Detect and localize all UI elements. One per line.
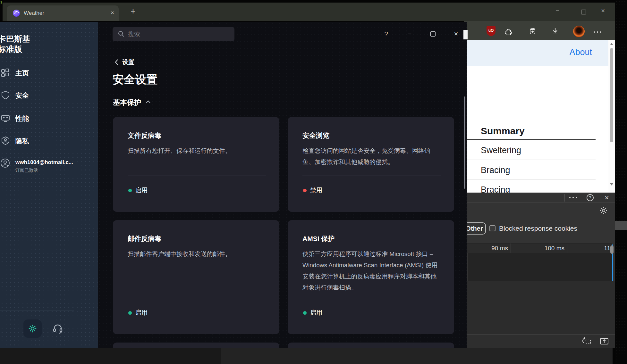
devtools-panel: ? × Other Blocked response cookies 90 ms… xyxy=(467,193,615,348)
card-title: 安全浏览 xyxy=(302,131,329,140)
search-placeholder: 搜索 xyxy=(128,27,140,41)
chevron-up-icon xyxy=(145,99,151,104)
status-label: 启用 xyxy=(135,186,148,195)
tab-close-icon[interactable]: × xyxy=(111,5,114,21)
about-link[interactable]: About xyxy=(569,47,592,57)
kaspersky-close-button[interactable]: × xyxy=(451,29,461,39)
ublock-extension-icon[interactable]: uO xyxy=(487,26,496,36)
card-safe-browsing[interactable]: 安全浏览 检查您访问的网站是否安全，免受病毒、网络钓鱼、加密欺诈和其他威胁的侵扰… xyxy=(288,117,454,212)
devtools-separator xyxy=(564,194,565,202)
shield-icon xyxy=(1,90,10,100)
table-row[interactable]: Bracing xyxy=(481,185,510,193)
card-amsi-protection[interactable]: AMSI 保护 使第三方应用程序可以通过标准 Microsoft 接口 – Wi… xyxy=(288,220,454,334)
browser-tab-weather[interactable]: Weather × xyxy=(7,5,119,21)
import-har-icon[interactable] xyxy=(599,337,609,347)
table-row[interactable]: Sweltering xyxy=(481,145,521,155)
support-headset-icon[interactable] xyxy=(52,323,64,336)
blocked-cookies-checkbox[interactable] xyxy=(489,225,496,231)
chevron-left-icon xyxy=(114,59,120,66)
sidebar-item-label: 安全 xyxy=(15,88,29,103)
window-close-button[interactable]: × xyxy=(596,3,610,19)
status-dot xyxy=(303,189,307,192)
page-scrollbar[interactable] xyxy=(608,40,615,193)
card-mail-antivirus[interactable]: 邮件反病毒 扫描邮件客户端中接收和发送的邮件。 启用 xyxy=(113,220,279,334)
screen-edge-notch xyxy=(615,221,627,230)
devtools-filter-row: Other Blocked response cookies xyxy=(467,218,615,239)
sidebar-item-home[interactable]: 主页 xyxy=(0,66,98,80)
kaspersky-window: 卡巴斯基 标准版 主页 安全 性能 xyxy=(0,22,467,348)
bottom-bar xyxy=(221,348,613,364)
devtools-help-icon[interactable]: ? xyxy=(587,194,594,201)
card-partial[interactable] xyxy=(113,343,279,348)
search-input[interactable]: 搜索 xyxy=(113,27,234,41)
scroll-down-icon[interactable] xyxy=(610,183,613,186)
scrollbar-thumb[interactable] xyxy=(610,48,613,142)
browser-menu-icon[interactable] xyxy=(594,31,601,33)
card-description: 检查您访问的网站是否安全，免受病毒、网络钓鱼、加密欺诈和其他威胁的侵扰。 xyxy=(302,145,441,168)
window-minimize-button[interactable]: − xyxy=(550,3,565,19)
kaspersky-help-button[interactable]: ? xyxy=(381,29,391,39)
performance-monitor-icon xyxy=(1,113,10,123)
status-dot xyxy=(128,189,132,192)
scroll-up-icon[interactable] xyxy=(610,43,613,45)
card-divider xyxy=(128,298,266,298)
browser-tab-bar: Weather × + − × xyxy=(3,3,615,21)
devtools-menu-icon[interactable] xyxy=(569,197,577,198)
sidebar-item-privacy[interactable]: 隐私 xyxy=(0,134,98,148)
collections-icon[interactable] xyxy=(528,27,537,37)
toolbar-separator xyxy=(524,27,524,35)
webpage-content: About Summary Sweltering Bracing Bracing xyxy=(467,40,615,193)
webpage-header-band: About xyxy=(467,40,608,66)
search-icon xyxy=(118,30,125,37)
status-label: 启用 xyxy=(310,308,322,317)
sidebar-item-security[interactable]: 安全 xyxy=(0,88,98,103)
browser-toolbar: uO xyxy=(464,21,615,40)
screen-corner-artifact: s xyxy=(0,0,2,4)
row-divider xyxy=(467,179,596,180)
new-tab-button[interactable]: + xyxy=(128,4,139,18)
sidebar-item-label: 性能 xyxy=(15,112,29,126)
sidebar-item-performance[interactable]: 性能 xyxy=(0,112,98,126)
sidebar-item-label: 主页 xyxy=(15,66,29,80)
subscription-status: 订阅已激活 xyxy=(15,168,38,173)
tab-title: Weather xyxy=(24,5,44,21)
devtools-close-icon[interactable]: × xyxy=(602,193,612,203)
kaspersky-maximize-button[interactable] xyxy=(430,31,436,37)
card-file-antivirus[interactable]: 文件反病毒 扫描所有您打开、保存和运行的文件。 启用 xyxy=(113,117,279,212)
summary-header: Summary xyxy=(481,126,525,136)
section-title: 基本保护 xyxy=(113,98,141,106)
card-title: AMSI 保护 xyxy=(302,234,335,243)
card-title: 邮件反病毒 xyxy=(128,234,161,243)
table-row[interactable]: Bracing xyxy=(481,165,510,175)
kaspersky-main-panel: 搜索 ? − × 设置 安全设置 基本保护 文件反病毒 扫描所有您打开、保存和运… xyxy=(98,22,467,348)
kaspersky-minimize-button[interactable]: − xyxy=(405,29,414,39)
timeline-tick: 100 ms xyxy=(511,244,564,253)
account-email[interactable]: wwh1004@hotmail.c... xyxy=(15,159,73,166)
page-title: 安全设置 xyxy=(113,72,157,87)
kaspersky-sidebar: 卡巴斯基 标准版 主页 安全 性能 xyxy=(0,22,98,348)
profile-avatar[interactable] xyxy=(573,26,585,37)
screen-edge xyxy=(615,0,627,364)
extensions-puzzle-icon[interactable] xyxy=(504,27,513,37)
devtools-bottom-toolbar xyxy=(467,334,615,348)
blocked-cookies-label[interactable]: Blocked response cookies xyxy=(499,218,577,239)
devtools-settings-gear-icon[interactable] xyxy=(599,206,608,216)
row-divider xyxy=(467,160,596,160)
home-grid-icon xyxy=(1,68,10,78)
bottom-bar xyxy=(0,348,221,364)
weather-favicon-icon xyxy=(13,10,20,17)
downloads-icon[interactable] xyxy=(551,27,559,37)
card-description: 扫描所有您打开、保存和运行的文件。 xyxy=(128,145,266,156)
devtools-subtoolbar xyxy=(467,203,615,218)
timeline-scrollbar-thumb[interactable] xyxy=(610,245,614,254)
settings-scrollbar-thumb[interactable] xyxy=(464,96,465,189)
window-maximize-button[interactable] xyxy=(581,10,586,14)
brand-line1: 卡巴斯基 xyxy=(0,34,30,44)
timeline-body[interactable] xyxy=(468,253,612,281)
section-basic-protection[interactable]: 基本保护 xyxy=(113,98,141,107)
card-divider xyxy=(302,298,441,298)
sidebar-divider xyxy=(0,310,74,310)
card-partial[interactable] xyxy=(288,343,454,348)
settings-button-active[interactable] xyxy=(23,319,42,338)
device-rotate-icon[interactable] xyxy=(582,337,592,347)
